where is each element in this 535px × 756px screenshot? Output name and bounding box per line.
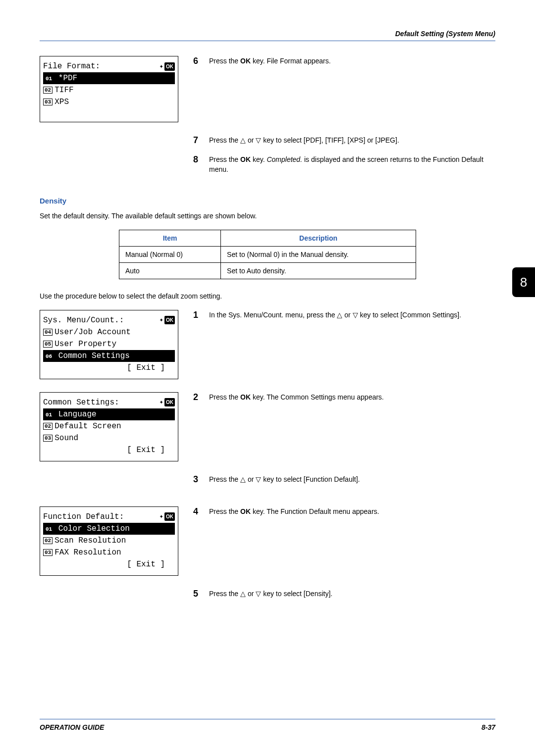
lcd2-text3: Common Settings <box>58 352 130 360</box>
step2-number: 2 <box>193 392 202 403</box>
lcd4-num3: 03 <box>43 549 53 556</box>
footer-right: 8-37 <box>482 723 495 731</box>
step3-text: Press the △ or ▽ key to select [Function… <box>209 474 360 485</box>
lcd2-title: Sys. Menu/Count.: <box>43 314 124 326</box>
lcd3-num3: 03 <box>43 435 53 442</box>
lcd1-title: File Format: <box>43 60 100 72</box>
chapter-tab: 8 <box>512 267 535 297</box>
page-footer: OPERATION GUIDE 8-37 <box>40 719 495 731</box>
lcd2-num1: 04 <box>43 329 53 336</box>
th-item: Item <box>119 230 221 246</box>
lcd3-num1: 01 <box>44 411 54 418</box>
lcd2-text2: User Property <box>54 338 116 350</box>
step4-text: Press the OK key. The Function Default m… <box>209 506 379 517</box>
step1-number: 1 <box>193 310 202 320</box>
lcd2-exit: [ Exit ] <box>43 362 175 374</box>
lcd4-text2: Scan Resolution <box>54 535 126 547</box>
lcd1-num3: 03 <box>43 99 53 105</box>
header-rule <box>40 41 495 41</box>
step1-text: In the Sys. Menu/Count. menu, press the … <box>209 310 461 320</box>
nav-ok-icon: ✦OK <box>160 315 175 325</box>
step3-number: 3 <box>193 474 202 485</box>
lcd1-text1: *PDF <box>58 74 77 83</box>
step6-text: Press the OK key. File Format appears. <box>209 56 331 66</box>
lcd3-text3: Sound <box>54 432 78 444</box>
lcd3-text1: Language <box>58 410 97 419</box>
density-heading: Density <box>40 197 495 205</box>
step8-text: Press the OK key. Completed. is displaye… <box>209 154 495 175</box>
step2-text: Press the OK key. The Common Settings me… <box>209 392 384 403</box>
nav-ok-icon: ✦OK <box>160 397 175 407</box>
r2c1: Auto <box>119 262 221 279</box>
density-table: Item Description Manual (Normal 0) Set t… <box>119 230 416 279</box>
r2c2: Set to Auto density. <box>221 262 416 279</box>
lcd1-num1: 01 <box>44 75 54 82</box>
lcd1-num2: 02 <box>43 87 53 94</box>
step7-number: 7 <box>193 135 202 146</box>
footer-left: OPERATION GUIDE <box>40 723 104 731</box>
nav-ok-icon: ✦OK <box>160 511 175 522</box>
lcd3-title: Common Settings: <box>43 397 119 408</box>
lcd4-num2: 02 <box>43 537 53 544</box>
lcd-common-settings: Common Settings: ✦OK 01 Language 02 Defa… <box>40 392 178 461</box>
lcd-file-format: File Format: ✦OK 01 *PDF 02 TIFF 03 XPS <box>40 56 178 122</box>
lcd1-text3: XPS <box>54 96 69 108</box>
lcd3-exit: [ Exit ] <box>43 444 175 456</box>
lcd4-num1: 01 <box>44 526 54 533</box>
step7-text: Press the △ or ▽ key to select [PDF], [T… <box>209 135 399 146</box>
nav-ok-icon: ✦OK <box>160 61 175 72</box>
step6-number: 6 <box>193 56 202 66</box>
step5-number: 5 <box>193 589 202 599</box>
lcd1-text2: TIFF <box>54 84 73 96</box>
step4-number: 4 <box>193 506 202 517</box>
lcd2-num3: 06 <box>44 353 54 360</box>
lcd-sys-menu: Sys. Menu/Count.: ✦OK 04 User/Job Accoun… <box>40 310 178 379</box>
lcd4-title: Function Default: <box>43 511 124 523</box>
lcd4-exit: [ Exit ] <box>43 558 175 570</box>
page-header: Default Setting (System Menu) <box>40 30 495 38</box>
r1c2: Set to (Normal 0) in the Manual density. <box>221 246 416 262</box>
th-desc: Description <box>221 230 416 246</box>
lcd2-num2: 05 <box>43 341 53 348</box>
r1c1: Manual (Normal 0) <box>119 246 221 262</box>
lcd4-text1: Color Selection <box>58 524 130 533</box>
density-intro: Set the default density. The available d… <box>40 212 495 220</box>
step5-text: Press the △ or ▽ key to select [Density]… <box>209 589 332 599</box>
lcd-function-default: Function Default: ✦OK 01 Color Selection… <box>40 506 178 576</box>
lcd3-text2: Default Screen <box>54 420 121 432</box>
lcd2-text1: User/Job Account <box>54 326 131 338</box>
step8-number: 8 <box>193 154 202 175</box>
lcd3-num2: 02 <box>43 423 53 430</box>
lcd4-text3: FAX Resolution <box>54 547 121 558</box>
zoom-intro: Use the procedure below to select the de… <box>40 292 495 300</box>
